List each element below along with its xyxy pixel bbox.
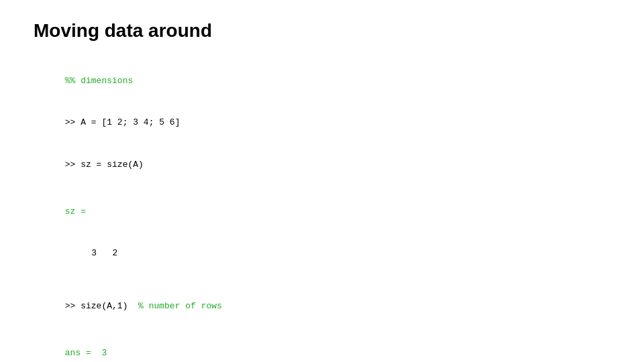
page: Moving data around %% dimensions >> A = …: [0, 0, 644, 362]
line1: >> A = [1 2; 3 4; 5 6]: [34, 102, 610, 143]
page-title: Moving data around: [34, 20, 610, 42]
blank2: [34, 275, 610, 280]
section1-comment: %% dimensions: [34, 60, 610, 102]
blank4: [34, 327, 610, 333]
blank3: [34, 280, 610, 286]
line3: >> size(A,1) % number of rows: [34, 286, 610, 327]
sz-value: 3 2: [34, 233, 610, 275]
sz-label: sz =: [34, 191, 610, 233]
code-block: %% dimensions >> A = [1 2; 3 4; 5 6] >> …: [34, 60, 610, 362]
line2: >> sz = size(A): [34, 144, 610, 186]
blank1: [34, 186, 610, 191]
ans1-label: ans = 3: [34, 333, 610, 362]
